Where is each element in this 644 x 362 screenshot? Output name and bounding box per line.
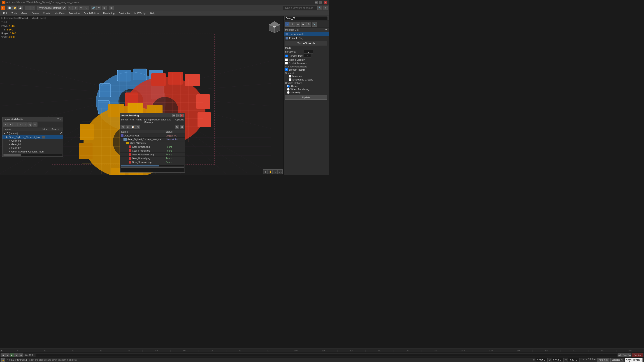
iterations-input[interactable] bbox=[304, 50, 313, 53]
orbit-button[interactable]: ↻ bbox=[273, 169, 278, 174]
layer-delete-button[interactable]: ✕ bbox=[8, 122, 13, 126]
asset-row-fresnel[interactable]: Gear_Fresnel.png Found bbox=[120, 149, 185, 153]
asset-row-vault[interactable]: Autodesk Vault Logged Ou bbox=[120, 134, 185, 138]
modifier-dropdown-arrow[interactable]: ▼ bbox=[325, 28, 327, 31]
layer-item-gear03[interactable]: ▶ Gear_03 bbox=[2, 139, 63, 143]
menu-group[interactable]: Group bbox=[20, 11, 30, 15]
layer-new-button[interactable]: □ bbox=[13, 122, 18, 126]
modifier-editable-poly[interactable]: Editable Poly bbox=[284, 36, 329, 40]
smoothing-groups-checkbox[interactable] bbox=[289, 78, 292, 81]
modifier-turbosmooth[interactable]: TurboSmooth bbox=[284, 32, 329, 36]
when-rendering-radio[interactable] bbox=[287, 88, 290, 91]
asset-menu-paths[interactable]: Paths bbox=[136, 118, 142, 124]
menu-customize[interactable]: Customize bbox=[117, 11, 132, 15]
asset-row-normal[interactable]: Gear_Normal.png Found bbox=[120, 157, 185, 160]
rotate-button[interactable]: ↻ bbox=[78, 6, 84, 10]
asset-menu-bitmap[interactable]: Bitmap Performance and Memory bbox=[144, 118, 174, 124]
always-radio[interactable] bbox=[287, 85, 290, 87]
display-tab[interactable]: 👁 bbox=[306, 22, 311, 27]
layer-item-gear-concept[interactable]: ▶ Gear_Stylized_Concept_Icon bbox=[2, 135, 63, 139]
menu-graph-editors[interactable]: Graph Editors bbox=[82, 11, 101, 15]
layer-move-up-button[interactable]: ↑ bbox=[18, 122, 22, 126]
asset-btn4[interactable]: ⊟ bbox=[136, 125, 140, 129]
render-iters-input[interactable] bbox=[304, 54, 311, 58]
open-button[interactable]: 📂 bbox=[12, 6, 18, 10]
layer-item-gear01[interactable]: ▶ Gear_01 bbox=[2, 143, 63, 146]
isoline-checkbox[interactable] bbox=[285, 58, 288, 61]
maximize-viewport-button[interactable]: ⛶ bbox=[278, 169, 282, 174]
pan-button[interactable]: ✋ bbox=[268, 169, 273, 174]
layer-move-down-button[interactable]: ↓ bbox=[23, 122, 28, 126]
menu-views[interactable]: Views bbox=[30, 11, 41, 15]
materials-checkbox[interactable] bbox=[289, 75, 292, 78]
move-button[interactable]: ✛ bbox=[73, 6, 78, 10]
layer-add-button[interactable]: + bbox=[3, 122, 8, 126]
asset-minimize-button[interactable]: — bbox=[172, 114, 176, 117]
viewport[interactable]: [+][Perspective][Shaded + Edged Faces] T… bbox=[0, 16, 284, 175]
menu-modifiers[interactable]: Modifiers bbox=[52, 11, 66, 15]
viewport-cube[interactable]: TOP bbox=[268, 20, 281, 34]
asset-btn2[interactable]: ✕ bbox=[126, 125, 130, 129]
search-button[interactable]: 🔍 bbox=[317, 6, 322, 10]
new-button[interactable]: 📄 bbox=[7, 6, 12, 10]
layer-item-default[interactable]: ▼ 0 (default) ✓ bbox=[2, 131, 63, 135]
asset-row-specular[interactable]: Gear_Specular.png Found bbox=[120, 160, 185, 164]
smooth-result-checkbox[interactable] bbox=[285, 68, 288, 71]
menu-tools[interactable]: Tools bbox=[10, 11, 19, 15]
save-button[interactable]: 💾 bbox=[18, 6, 23, 10]
create-tab[interactable]: ✦ bbox=[285, 22, 290, 27]
asset-menu-server[interactable]: Server bbox=[121, 118, 128, 124]
layer-panel-help[interactable]: ? bbox=[57, 118, 59, 121]
hierarchy-tab[interactable]: ⊕ bbox=[296, 22, 300, 27]
menu-edit[interactable]: Edit bbox=[1, 11, 9, 15]
help-button[interactable]: ? bbox=[323, 6, 328, 10]
redo-button[interactable]: ↪ bbox=[30, 6, 35, 10]
explicit-normals-checkbox[interactable] bbox=[285, 62, 288, 64]
asset-close-button[interactable]: ✕ bbox=[180, 114, 184, 117]
asset-row-diffuse[interactable]: Gear_Diffuse.png Found bbox=[120, 145, 185, 149]
object-name-input[interactable] bbox=[285, 16, 328, 20]
asset-menu-file[interactable]: File bbox=[130, 118, 134, 124]
update-button[interactable]: Update bbox=[285, 95, 327, 100]
asset-btn3[interactable]: 📋 bbox=[130, 125, 135, 129]
maximize-button[interactable]: □ bbox=[319, 1, 322, 4]
asset-settings-button[interactable]: ⚙ bbox=[180, 125, 184, 129]
asset-path-input[interactable] bbox=[121, 167, 184, 172]
align-button[interactable]: ⊞ bbox=[102, 6, 107, 10]
menu-rendering[interactable]: Rendering bbox=[101, 11, 116, 15]
layers-button[interactable]: ▤ bbox=[109, 6, 114, 10]
asset-refresh-button[interactable]: ↻ bbox=[175, 125, 179, 129]
asset-row-glossiness[interactable]: Gear_Glossiness.png Found bbox=[120, 153, 185, 157]
layer-scrollbar[interactable] bbox=[4, 154, 62, 156]
utilities-tab[interactable]: 🔧 bbox=[312, 22, 317, 27]
menu-create[interactable]: Create bbox=[41, 11, 52, 15]
modify-tab[interactable]: ✎ bbox=[290, 22, 295, 27]
mirror-button[interactable]: ⇔ bbox=[96, 6, 101, 10]
asset-maximize-button[interactable]: □ bbox=[176, 114, 180, 117]
minimize-button[interactable]: — bbox=[315, 1, 318, 4]
asset-menu-options[interactable]: Options bbox=[176, 118, 184, 124]
workspace-dropdown[interactable]: Workspace: Default bbox=[37, 6, 66, 10]
title-bar-controls[interactable]: — □ ✕ bbox=[315, 1, 327, 4]
layer-settings-button[interactable]: ⚙ bbox=[33, 122, 38, 126]
layer-scroll[interactable]: ▼ 0 (default) ✓ ▶ Gear_Stylized_Concept_… bbox=[2, 131, 63, 153]
layer-select-button[interactable]: ◎ bbox=[28, 122, 32, 126]
render-iters-checkbox[interactable] bbox=[285, 54, 288, 57]
manually-radio[interactable] bbox=[287, 91, 290, 94]
select-button[interactable]: ↖ bbox=[68, 6, 73, 10]
close-button[interactable]: ✕ bbox=[324, 1, 327, 4]
undo-button[interactable]: ↩ bbox=[25, 6, 30, 10]
asset-panel-titlebar[interactable]: Asset Tracking — □ ✕ bbox=[120, 113, 185, 118]
asset-row-maps[interactable]: Maps / Shaders bbox=[120, 141, 185, 145]
asset-row-file[interactable]: Gear_Stylized_Concept_Icon_max... Networ… bbox=[120, 138, 185, 141]
zoom-button[interactable]: ⊕ bbox=[263, 169, 268, 174]
motion-tab[interactable]: ▶ bbox=[301, 22, 306, 27]
menu-help[interactable]: Help bbox=[148, 11, 157, 15]
layer-item-gear-icon[interactable]: ▶ Gear_Stylized_Concept_Icon bbox=[2, 150, 63, 153]
menu-maxscript[interactable]: MAXScript bbox=[133, 11, 148, 15]
layer-panel-titlebar[interactable]: Layer: 0 (default) ? ✕ bbox=[2, 117, 63, 122]
layer-item-gear02[interactable]: ▶ Gear_02 bbox=[2, 146, 63, 150]
layer-panel-close[interactable]: ✕ bbox=[60, 118, 62, 121]
asset-btn1[interactable]: ⊞ bbox=[120, 125, 125, 129]
scale-button[interactable]: ⬡ bbox=[84, 6, 89, 10]
